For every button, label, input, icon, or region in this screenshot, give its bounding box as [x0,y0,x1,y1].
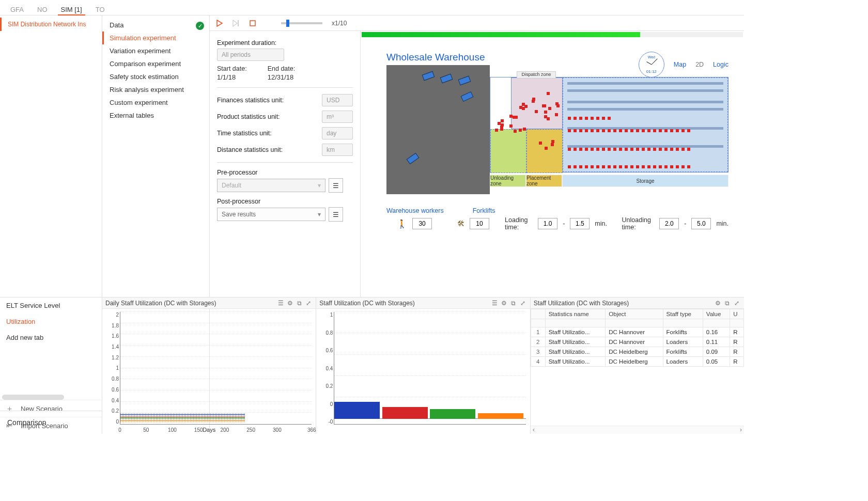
tab-no[interactable]: NO [32,3,53,15]
exp-risk[interactable]: Risk analysis experiment [102,83,209,96]
pre-processor-label: Pre-processor [217,169,353,176]
speed-label: x1/10 [332,20,347,27]
dispatch-zone-label: Dispatch zone [517,71,556,79]
finances-unit-input[interactable]: USD [322,94,353,106]
stop-button[interactable] [248,19,257,28]
start-date-value: 1/1/18 [217,73,247,81]
expand-icon[interactable]: ⤢ [733,299,741,307]
warehouse-params-row: 🚶 🛠 Loading time: - min. Unloading time:… [386,216,729,231]
expand-icon[interactable]: ⤢ [304,299,313,307]
zone-dispatch [511,77,563,129]
legend-unloading: Unloading zone [490,175,526,187]
horizontal-scrollbar[interactable] [2,395,64,400]
product-unit-label: Product statistics unit: [217,113,280,120]
loading-min-input[interactable] [538,218,557,229]
finances-unit-label: Finances statistics unit: [217,97,284,104]
settings-icon[interactable]: ⚙ [500,299,508,307]
tab-to[interactable]: TO [90,3,110,15]
menu-icon: ☰ [333,211,339,218]
zone-unloading [490,129,526,173]
worker-icon: 🚶 [397,219,407,229]
copy-icon[interactable]: ⧉ [723,299,732,307]
copy-icon[interactable]: ⧉ [509,299,518,307]
warehouse-layout: Dispatch zone [386,65,729,178]
loading-max-input[interactable] [570,218,590,229]
forklift-icon: 🛠 [457,220,464,228]
warehouse-interior [490,77,729,173]
zone-storage [563,77,728,172]
exp-external-tables[interactable]: External tables [102,109,209,122]
pre-processor-menu-button[interactable]: ☰ [329,178,343,193]
workers-input[interactable] [412,218,432,229]
forklifts-label: Forklifts [473,207,495,214]
exp-comparison[interactable]: Comparison experiment [102,57,209,70]
chevron-down-icon: ▾ [318,211,321,218]
scenario-sidebar: SIM Distribution Network Ins ＋ New Scena… [0,15,102,434]
unloading-max-input[interactable] [691,218,711,229]
zone-placement [526,129,563,173]
post-processor-combo[interactable]: Save results ▾ [217,208,326,221]
legend-placement: Placement zone [526,175,562,187]
speed-slider[interactable] [281,22,322,24]
exp-custom[interactable]: Custom experiment [102,96,209,109]
svg-rect-2 [238,20,239,26]
dashboard-row: ELT Service Level Utilization Add new ta… [0,297,744,434]
table-horizontal-scrollbar[interactable] [531,426,744,434]
duration-label: Experiment duration: [217,39,353,46]
duration-input[interactable]: All periods [217,49,284,61]
tab-sim[interactable]: SIM [1] [56,3,87,15]
unloading-time-label: Unloading time: [622,216,655,231]
legend-icon[interactable]: ☰ [276,299,285,307]
product-unit-input[interactable]: m³ [322,111,353,123]
distance-unit-input[interactable]: km [322,144,353,156]
loading-unit: min. [595,220,607,227]
chevron-down-icon: ▾ [318,182,321,189]
chart-title: Staff Utilization (DC with Storages) [534,300,713,307]
settings-icon[interactable]: ⚙ [714,299,722,307]
exp-variation[interactable]: Variation experiment [102,44,209,57]
post-processor-menu-button[interactable]: ☰ [329,207,343,222]
chart-title: Staff Utilization (DC with Storages) [319,300,489,307]
time-unit-label: Time statistics unit: [217,130,272,137]
svg-rect-3 [250,21,255,26]
unloading-min-input[interactable] [659,218,679,229]
experiment-properties: Experiment duration: All periods Start d… [210,31,361,297]
post-processor-label: Post-processor [217,198,353,205]
staff-utilization-bar: Staff Utilization (DC with Storages) ☰ ⚙… [316,298,530,434]
distance-unit-label: Distance statistics unit: [217,146,283,153]
expand-icon[interactable]: ⤢ [519,299,527,307]
exp-simulation[interactable]: Simulation experiment [102,32,209,44]
staff-utilization-table: Staff Utilization (DC with Storages) ⚙ ⧉… [531,298,744,434]
time-unit-input[interactable]: day [322,127,353,139]
warehouse-controls: Warehouse workers Forklifts [386,207,729,214]
simulation-viewport[interactable]: Wed 01:12 Map 2D Logic Wholesale Warehou… [361,31,744,297]
yard-area [386,65,490,194]
progress-bar [362,32,743,37]
end-date-value: 12/31/18 [268,73,296,81]
step-button[interactable] [231,19,241,28]
settings-icon[interactable]: ⚙ [286,299,294,307]
menu-icon: ☰ [333,182,339,190]
daily-utilization-chart: Daily Staff Utilization (DC with Storage… [102,298,316,434]
svg-marker-0 [217,20,222,26]
end-date-label: End date: [268,65,296,72]
tab-gfa[interactable]: GFA [5,3,29,15]
start-date-label: Start date: [217,65,247,72]
x-axis-label: Days [102,427,316,433]
svg-marker-1 [233,20,237,26]
forklifts-input[interactable] [470,218,489,229]
top-tabs: GFA NO SIM [1] TO [0,0,744,15]
exp-safety-stock[interactable]: Safety stock estimation [102,70,209,83]
chart-title: Daily Staff Utilization (DC with Storage… [105,300,275,307]
workers-label: Warehouse workers [386,207,444,214]
check-icon: ✓ [196,22,204,30]
exp-data[interactable]: Data ✓ [102,19,209,32]
copy-icon[interactable]: ⧉ [295,299,303,307]
legend-icon[interactable]: ☰ [491,299,499,307]
scenario-item[interactable]: SIM Distribution Network Ins [0,18,102,31]
pre-processor-combo[interactable]: Default ▾ [217,179,326,192]
unloading-unit: min. [716,220,729,227]
comparison-button[interactable]: Comparison [0,411,102,434]
play-button[interactable] [215,19,224,28]
legend-storage: Storage [562,175,729,187]
